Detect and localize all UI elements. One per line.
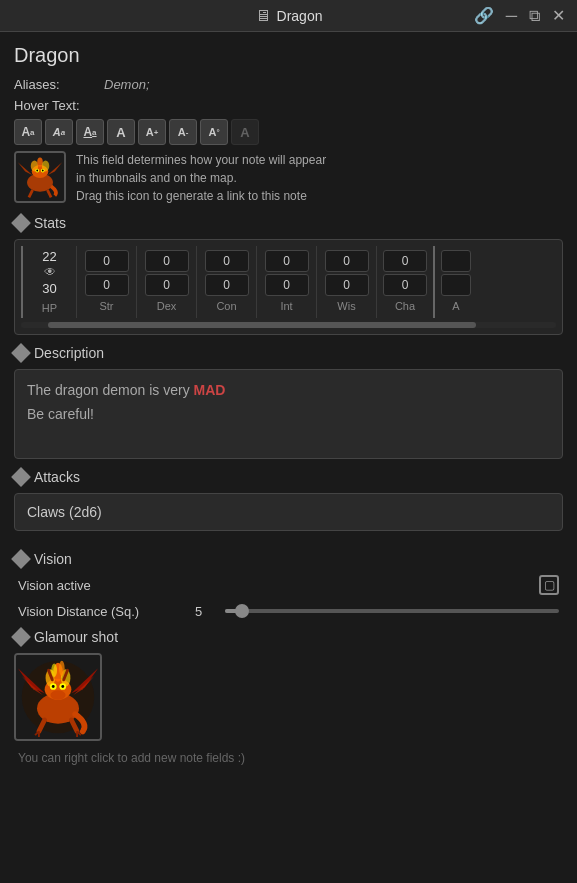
- window-title: Dragon: [277, 8, 323, 24]
- page-title: Dragon: [14, 44, 563, 67]
- format-btn-0[interactable]: Aa: [14, 119, 42, 145]
- glamour-section-title: Glamour shot: [34, 629, 118, 645]
- description-line2: Be careful!: [27, 406, 550, 422]
- stat-int-input1[interactable]: [265, 250, 309, 272]
- svg-point-10: [36, 170, 38, 172]
- hover-desc-line2: in thumbnails and on the map.: [76, 169, 326, 187]
- stat-int-label: Int: [280, 300, 292, 312]
- stat-str-label: Str: [99, 300, 113, 312]
- attacks-section-title: Attacks: [34, 469, 80, 485]
- aliases-row: Aliases: Demon;: [14, 77, 563, 92]
- title-bar-center: 🖥 Dragon: [255, 7, 323, 25]
- format-btn-6[interactable]: A°: [200, 119, 228, 145]
- stat-a-input2[interactable]: [441, 274, 471, 296]
- stat-str-input2[interactable]: [85, 274, 129, 296]
- vision-section-title: Vision: [34, 551, 72, 567]
- vision-active-label: Vision active: [18, 578, 539, 593]
- vision-distance-row: Vision Distance (Sq.) 5: [14, 603, 563, 619]
- stat-cha-input2[interactable]: [383, 274, 427, 296]
- stat-col-str: Str: [77, 246, 137, 318]
- glamour-image[interactable]: [14, 653, 102, 741]
- stat-wis-input2[interactable]: [325, 274, 369, 296]
- stat-hp-top: 22 👁 30: [42, 250, 56, 296]
- stat-col-a: A: [435, 246, 477, 318]
- stat-col-hp: 22 👁 30 HP: [21, 246, 77, 318]
- format-btn-4[interactable]: A+: [138, 119, 166, 145]
- stat-col-cha: Cha: [377, 246, 435, 318]
- stat-dex-input2[interactable]: [145, 274, 189, 296]
- stats-table: 22 👁 30 HP Str Dex: [21, 246, 556, 318]
- stats-diamond-icon[interactable]: [11, 213, 31, 233]
- stat-con-input2[interactable]: [205, 274, 249, 296]
- stat-hp-current: 22: [42, 250, 56, 263]
- stat-int-input2[interactable]: [265, 274, 309, 296]
- glamour-dragon-svg: [16, 653, 100, 741]
- hover-desc-line3: Drag this icon to generate a link to thi…: [76, 187, 326, 205]
- dragon-thumbnail-svg: [16, 151, 64, 203]
- hover-text-content: This field determines how your note will…: [14, 151, 563, 205]
- stats-scrollbar[interactable]: [21, 322, 556, 328]
- svg-point-30: [52, 685, 55, 688]
- svg-point-31: [61, 685, 64, 688]
- stat-hp-label: HP: [42, 302, 57, 314]
- description-line1: The dragon demon is very MAD: [27, 382, 550, 398]
- monitor-icon: 🖥: [255, 7, 271, 25]
- format-btn-2[interactable]: Aa: [76, 119, 104, 145]
- aliases-label: Aliases:: [14, 77, 104, 92]
- stat-str-input1[interactable]: [85, 250, 129, 272]
- footer-hint: You can right click to add new note fiel…: [14, 751, 563, 765]
- description-box[interactable]: The dragon demon is very MAD Be careful!: [14, 369, 563, 459]
- vision-active-checkbox[interactable]: ▢: [539, 575, 559, 595]
- vision-slider-track: [225, 609, 559, 613]
- stat-con-input1[interactable]: [205, 250, 249, 272]
- glamour-section-header: Glamour shot: [14, 629, 563, 645]
- hover-desc-line1: This field determines how your note will…: [76, 151, 326, 169]
- stat-wis-input1[interactable]: [325, 250, 369, 272]
- title-bar: 🖥 Dragon 🔗 ─ ⧉ ✕: [0, 0, 577, 32]
- attacks-diamond-icon[interactable]: [11, 467, 31, 487]
- stats-scroll-thumb: [48, 322, 476, 328]
- stat-cha-label: Cha: [395, 300, 415, 312]
- stat-wis-label: Wis: [337, 300, 355, 312]
- attacks-input[interactable]: [14, 493, 563, 531]
- description-section-title: Description: [34, 345, 104, 361]
- stats-section-title: Stats: [34, 215, 66, 231]
- format-bar: Aa Aa Aa A A+ A- A° A: [14, 119, 563, 145]
- format-btn-5[interactable]: A-: [169, 119, 197, 145]
- vision-slider-thumb[interactable]: [235, 604, 249, 618]
- note-icon[interactable]: [14, 151, 66, 203]
- minimize-button[interactable]: ─: [502, 6, 521, 26]
- vision-diamond-icon[interactable]: [11, 549, 31, 569]
- stat-hp-max: 30: [42, 281, 56, 296]
- stat-a-input1[interactable]: [441, 250, 471, 272]
- vision-distance-label: Vision Distance (Sq.): [18, 604, 185, 619]
- stat-eye-icon: 👁: [44, 265, 56, 279]
- description-section-header: Description: [14, 345, 563, 361]
- stat-dex-input1[interactable]: [145, 250, 189, 272]
- close-button[interactable]: ✕: [548, 6, 569, 26]
- stats-section-header: Stats: [14, 215, 563, 231]
- attacks-section-header: Attacks: [14, 469, 563, 485]
- stats-container: 22 👁 30 HP Str Dex: [14, 239, 563, 335]
- stat-col-wis: Wis: [317, 246, 377, 318]
- format-btn-1[interactable]: Aa: [45, 119, 73, 145]
- svg-point-11: [42, 170, 44, 172]
- main-content: Dragon Aliases: Demon; Hover Text: Aa Aa…: [0, 32, 577, 777]
- title-bar-controls: 🔗 ─ ⧉ ✕: [470, 6, 569, 26]
- hover-text-row: Hover Text:: [14, 98, 563, 113]
- aliases-value: Demon;: [104, 77, 150, 92]
- glamour-diamond-icon[interactable]: [11, 627, 31, 647]
- description-highlight: MAD: [194, 382, 226, 398]
- hover-text-description: This field determines how your note will…: [76, 151, 326, 205]
- stat-dex-label: Dex: [157, 300, 177, 312]
- format-btn-3[interactable]: A: [107, 119, 135, 145]
- format-btn-7[interactable]: A: [231, 119, 259, 145]
- description-diamond-icon[interactable]: [11, 343, 31, 363]
- svg-point-22: [50, 690, 65, 700]
- stat-cha-input1[interactable]: [383, 250, 427, 272]
- maximize-button[interactable]: ⧉: [525, 6, 544, 26]
- link-button[interactable]: 🔗: [470, 6, 498, 26]
- svg-point-26: [51, 664, 57, 677]
- stat-a-label: A: [452, 300, 459, 312]
- stat-col-con: Con: [197, 246, 257, 318]
